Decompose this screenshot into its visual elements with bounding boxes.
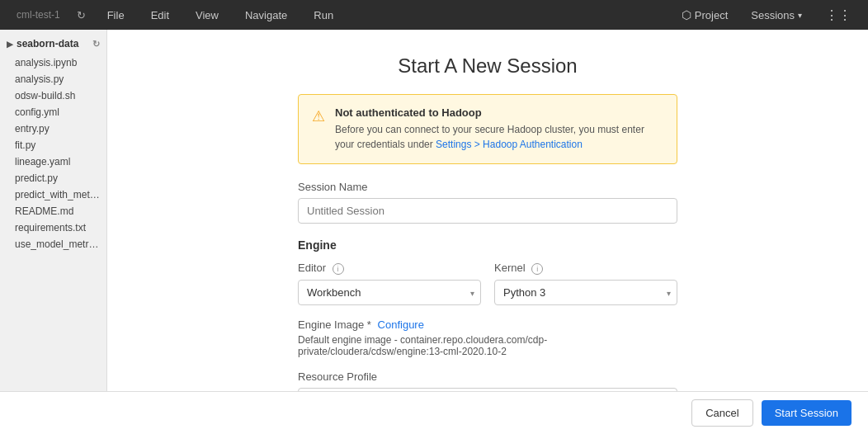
warning-text: Before you can connect to your secure Ha… xyxy=(335,122,663,152)
sidebar-chevron-icon: ▶ xyxy=(7,40,13,49)
hadoop-auth-link[interactable]: Settings > Hadoop Authentication xyxy=(436,139,583,150)
menu-file[interactable]: File xyxy=(102,6,130,25)
content-area: Start A New Session ⚠ Not authenticated … xyxy=(107,30,868,391)
kernel-select-wrapper: Python 3 ▾ xyxy=(494,280,677,305)
project-button[interactable]: ⬡ Project xyxy=(675,5,734,25)
editor-select-wrapper: Workbench ▾ xyxy=(298,280,481,305)
sidebar-root-item[interactable]: ▶ seaborn-data ↻ xyxy=(0,33,106,54)
engine-section: Engine Editor i Workbench ▾ xyxy=(298,238,677,391)
resource-profile-select-wrapper: 1 vCPU / 2 GiB Memory ▾ xyxy=(298,388,677,391)
sidebar-item-entry-py[interactable]: entry.py xyxy=(0,120,106,137)
editor-select[interactable]: Workbench xyxy=(298,280,481,305)
engine-image-value: Default engine image - container.repo.cl… xyxy=(298,334,677,357)
kernel-col: Kernel i Python 3 ▾ xyxy=(494,262,677,305)
resource-profile-section: Resource Profile 1 vCPU / 2 GiB Memory ▾ xyxy=(298,370,677,391)
sidebar-item-readme[interactable]: README.md xyxy=(0,203,106,219)
top-bar: cml-test-1 ↻ File Edit View Navigate Run… xyxy=(0,0,868,30)
session-name-label: Session Name xyxy=(298,181,677,193)
resource-profile-select[interactable]: 1 vCPU / 2 GiB Memory xyxy=(298,388,677,391)
session-form: Start A New Session ⚠ Not authenticated … xyxy=(281,54,694,391)
editor-info-icon: i xyxy=(333,263,344,275)
kernel-info-icon: i xyxy=(531,263,543,275)
refresh-icon[interactable]: ↻ xyxy=(77,9,86,21)
kernel-select[interactable]: Python 3 xyxy=(494,280,677,305)
resource-profile-label: Resource Profile xyxy=(298,370,677,383)
bottom-bar: Cancel Start Session xyxy=(0,391,868,434)
cancel-button[interactable]: Cancel xyxy=(691,399,752,427)
session-name-input[interactable] xyxy=(298,198,677,224)
menu-navigate[interactable]: Navigate xyxy=(240,6,292,25)
sidebar-item-requirements[interactable]: requirements.txt xyxy=(0,219,106,236)
sidebar-item-odsw-build[interactable]: odsw-build.sh xyxy=(0,87,106,104)
sidebar-item-lineage-yaml[interactable]: lineage.yaml xyxy=(0,153,106,170)
session-name-section: Session Name xyxy=(298,181,677,224)
menu-run[interactable]: Run xyxy=(309,6,338,25)
editor-label: Editor i xyxy=(298,262,481,275)
sidebar-item-fit-py[interactable]: fit.py xyxy=(0,137,106,153)
warning-icon: ⚠ xyxy=(312,107,325,152)
warning-title: Not authenticated to Hadoop xyxy=(335,106,663,119)
main-layout: ▶ seaborn-data ↻ analysis.ipynb analysis… xyxy=(0,30,868,391)
project-path: cml-test-1 xyxy=(17,9,60,21)
sidebar-item-use-model[interactable]: use_model_metrics.py xyxy=(0,236,106,252)
menu-view[interactable]: View xyxy=(191,6,224,25)
editor-col: Editor i Workbench ▾ xyxy=(298,262,481,305)
sidebar-item-config-yml[interactable]: config.yml xyxy=(0,104,106,120)
engine-image-row: Engine Image * Configure Default engine … xyxy=(298,318,677,357)
engine-image-label: Engine Image * Configure xyxy=(298,318,677,331)
project-icon: ⬡ xyxy=(682,8,691,21)
warning-content: Not authenticated to Hadoop Before you c… xyxy=(335,106,663,152)
engine-section-header: Engine xyxy=(298,238,677,252)
sidebar-item-predict-py[interactable]: predict.py xyxy=(0,170,106,186)
grid-menu-button[interactable]: ⋮⋮ xyxy=(818,4,858,26)
start-session-button[interactable]: Start Session xyxy=(762,400,851,426)
sidebar-item-predict-metrics[interactable]: predict_with_metrics.py xyxy=(0,186,106,203)
sidebar-item-analysis-ipynb[interactable]: analysis.ipynb xyxy=(0,54,106,71)
project-label: Project xyxy=(695,9,728,21)
warning-box: ⚠ Not authenticated to Hadoop Before you… xyxy=(298,94,677,164)
sessions-button[interactable]: Sessions ▾ xyxy=(744,6,809,25)
sidebar-root-label: seaborn-data xyxy=(17,38,78,50)
configure-link[interactable]: Configure xyxy=(378,318,424,331)
sessions-chevron-icon: ▾ xyxy=(798,11,802,20)
editor-kernel-row: Editor i Workbench ▾ Kernel xyxy=(298,262,677,305)
menu-edit[interactable]: Edit xyxy=(146,6,174,25)
sidebar: ▶ seaborn-data ↻ analysis.ipynb analysis… xyxy=(0,30,107,391)
top-bar-right: ⬡ Project Sessions ▾ ⋮⋮ xyxy=(675,4,858,26)
kernel-label: Kernel i xyxy=(494,262,677,275)
sessions-label: Sessions xyxy=(751,9,795,21)
asterisk: * xyxy=(367,318,371,331)
page-title: Start A New Session xyxy=(298,54,677,78)
sidebar-item-analysis-py[interactable]: analysis.py xyxy=(0,71,106,87)
sidebar-refresh-icon[interactable]: ↻ xyxy=(92,39,100,50)
